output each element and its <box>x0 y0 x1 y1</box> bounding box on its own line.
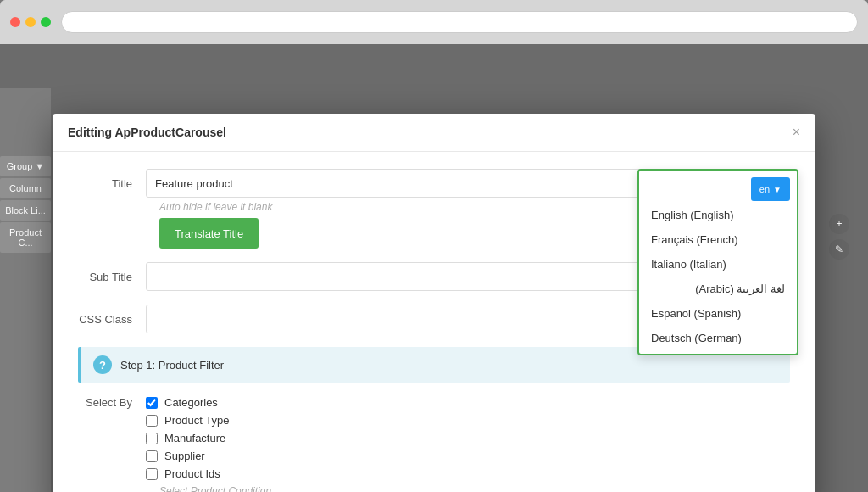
lang-option-english[interactable]: English (English) <box>639 203 797 227</box>
css-label: CSS Class <box>78 313 146 326</box>
checkbox-producttype: Product Type <box>146 414 229 427</box>
checkbox-producttype-input[interactable] <box>146 415 158 427</box>
checkbox-group: Categories Product Type Manufacture <box>146 396 229 480</box>
modal-close-button[interactable]: × <box>793 126 800 139</box>
lang-option-german[interactable]: Deutsch (German) <box>639 326 797 350</box>
title-label: Title <box>78 177 146 190</box>
title-row: Title en ▼ en ▼ <box>78 169 790 198</box>
checkbox-categories-label: Categories <box>164 396 218 409</box>
checkbox-productids-input[interactable] <box>146 468 158 480</box>
checkbox-productids-label: Product Ids <box>164 467 220 480</box>
bottom-hint: Select Product Condition <box>159 485 790 492</box>
subtitle-label: Sub Title <box>78 271 146 283</box>
modal-body: Title en ▼ en ▼ <box>53 152 815 492</box>
lang-option-spanish[interactable]: Español (Spanish) <box>639 301 797 326</box>
modal-header: Editting ApProductCarousel × <box>53 114 815 152</box>
dropdown-header: en ▼ <box>639 174 797 203</box>
lang-option-french[interactable]: Français (French) <box>639 227 797 252</box>
mac-titlebar <box>0 0 868 44</box>
maximize-dot[interactable] <box>41 17 51 27</box>
dropdown-arrow-icon: ▼ <box>773 185 782 194</box>
checkbox-manufacture-label: Manufacture <box>164 432 225 444</box>
dropdown-lang-code: en <box>760 184 770 194</box>
checkbox-categories: Categories <box>146 396 229 409</box>
checkbox-manufacture: Manufacture <box>146 432 229 444</box>
select-by-row: Select By Categories Product Type Man <box>78 396 790 480</box>
language-dropdown: en ▼ English (English) Français (French)… <box>637 169 798 355</box>
select-by-label: Select By <box>78 396 146 409</box>
modal-overlay: Editting ApProductCarousel × Title en ▼ <box>0 88 868 492</box>
title-input[interactable] <box>146 169 706 198</box>
checkbox-supplier: Supplier <box>146 450 229 462</box>
address-bar[interactable] <box>61 11 858 33</box>
checkbox-supplier-input[interactable] <box>146 450 158 462</box>
checkbox-categories-input[interactable] <box>146 397 158 409</box>
translate-button-label: Translate Title <box>175 227 243 240</box>
lang-option-arabic[interactable]: لغة العربية (Arabic) <box>639 277 797 301</box>
translate-title-button[interactable]: Translate Title <box>159 218 259 249</box>
minimize-dot[interactable] <box>25 17 36 27</box>
checkbox-supplier-label: Supplier <box>164 450 205 462</box>
lang-option-italian[interactable]: Italiano (Italian) <box>639 252 797 277</box>
modal-dialog: Editting ApProductCarousel × Title en ▼ <box>53 114 815 492</box>
step-icon: ? <box>93 355 112 374</box>
mac-dots <box>10 17 51 27</box>
step-title: Step 1: Product Filter <box>120 359 224 372</box>
close-dot[interactable] <box>10 17 20 27</box>
checkbox-productids: Product Ids <box>146 467 229 480</box>
dropdown-lang-button[interactable]: en ▼ <box>751 177 790 201</box>
modal-title: Editting ApProductCarousel <box>68 126 226 139</box>
checkbox-manufacture-input[interactable] <box>146 433 158 444</box>
checkbox-producttype-label: Product Type <box>164 414 229 427</box>
page-background: Group ▼ Column Block Li... Product C... … <box>0 44 868 492</box>
